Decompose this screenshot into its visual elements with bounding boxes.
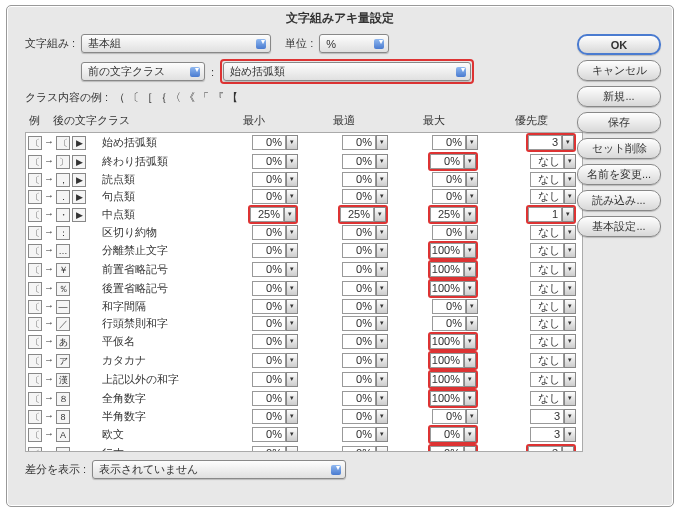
unit-select[interactable]: % [319,34,389,53]
value-spinner[interactable]: 0%▾ [432,225,478,240]
value-spinner[interactable]: なし▾ [530,353,576,368]
class-dropdown[interactable]: 始め括弧類 [223,62,471,81]
value-spinner[interactable]: 0%▾ [432,135,478,150]
save-button[interactable]: 保存 [577,112,661,133]
value-spinner[interactable]: 0%▾ [252,189,298,204]
load-button[interactable]: 読み込み... [577,190,661,211]
value-spinner[interactable]: なし▾ [530,189,576,204]
value-spinner[interactable]: 0%▾ [342,225,388,240]
class-name: 始め括弧類 [98,133,210,152]
value-spinner[interactable]: 0%▾ [432,409,478,424]
diff-select[interactable]: 表示されていません [92,460,346,479]
value-spinner[interactable]: 100%▾ [428,351,478,370]
value-spinner[interactable]: 0%▾ [252,353,298,368]
value-spinner[interactable]: なし▾ [530,391,576,406]
col-max: 最大 [389,111,479,130]
value-spinner[interactable]: 0%▾ [252,225,298,240]
value-spinner[interactable]: 0%▾ [252,372,298,387]
class-name: カタカナ [98,351,210,370]
basic-button[interactable]: 基本設定... [577,216,661,237]
value-spinner[interactable]: 0%▾ [252,172,298,187]
value-spinner[interactable]: 100%▾ [428,241,478,260]
value-spinner[interactable]: なし▾ [530,225,576,240]
value-spinner[interactable]: 0%▾ [252,154,298,169]
value-spinner[interactable]: 0%▾ [342,446,388,452]
value-spinner[interactable]: なし▾ [530,243,576,258]
value-spinner[interactable]: 25%▾ [428,205,478,224]
value-spinner[interactable]: 3▾ [530,427,576,442]
value-spinner[interactable]: 0%▾ [428,152,478,171]
value-spinner[interactable]: 3▾ [530,409,576,424]
arrow-icon: → [44,373,54,384]
value-spinner[interactable]: 0%▾ [428,444,478,452]
value-spinner[interactable]: 0%▾ [252,243,298,258]
value-spinner[interactable]: 100%▾ [428,389,478,408]
new-button[interactable]: 新規... [577,86,661,107]
value-spinner[interactable]: 0%▾ [252,446,298,452]
table-row: 〔→％後置省略記号0%▾0%▾100%▾なし▾ [26,279,582,298]
class-table: 〔→〔▶始め括弧類0%▾0%▾0%▾3▾〔→〕▶終わり括弧類0%▾0%▾0%▾な… [26,133,582,452]
value-spinner[interactable]: 0%▾ [252,409,298,424]
value-spinner[interactable]: 0%▾ [342,262,388,277]
class-example-label: クラス内容の例 : [25,90,108,105]
value-spinner[interactable]: 0%▾ [432,316,478,331]
value-spinner[interactable]: 0%▾ [252,391,298,406]
arrow-icon: → [44,317,54,328]
value-spinner[interactable]: 3▾ [526,444,576,452]
value-spinner[interactable]: 100%▾ [428,370,478,389]
value-spinner[interactable]: 0%▾ [252,262,298,277]
rename-button[interactable]: 名前を変更... [577,164,661,185]
value-spinner[interactable]: 0%▾ [428,425,478,444]
value-spinner[interactable]: なし▾ [530,372,576,387]
value-spinner[interactable]: 0%▾ [432,172,478,187]
value-spinner[interactable]: 0%▾ [252,281,298,296]
value-spinner[interactable]: なし▾ [530,334,576,349]
value-spinner[interactable]: 0%▾ [342,372,388,387]
value-spinner[interactable]: 100%▾ [428,332,478,351]
value-spinner[interactable]: 0%▾ [342,172,388,187]
value-spinner[interactable]: 0%▾ [342,316,388,331]
value-spinner[interactable]: 0%▾ [342,427,388,442]
table-row: 〔→漢上記以外の和字0%▾0%▾100%▾なし▾ [26,370,582,389]
value-spinner[interactable]: 0%▾ [252,299,298,314]
cancel-button[interactable]: キャンセル [577,60,661,81]
value-spinner[interactable]: 100%▾ [428,260,478,279]
value-spinner[interactable]: なし▾ [530,316,576,331]
unit-label: 単位 : [285,36,313,51]
value-spinner[interactable]: 0%▾ [342,299,388,314]
value-spinner[interactable]: 0%▾ [342,391,388,406]
value-spinner[interactable]: 25%▾ [248,205,298,224]
value-spinner[interactable]: なし▾ [530,154,576,169]
delete-set-button[interactable]: セット削除 [577,138,661,159]
table-scroll[interactable]: 〔→〔▶始め括弧類0%▾0%▾0%▾3▾〔→〕▶終わり括弧類0%▾0%▾0%▾な… [25,132,583,452]
value-spinner[interactable]: 0%▾ [342,409,388,424]
value-spinner[interactable]: 100%▾ [428,279,478,298]
value-spinner[interactable]: 25%▾ [338,205,388,224]
dialog-title: 文字組みアキ量設定 [7,10,673,27]
value-spinner[interactable]: 0%▾ [252,334,298,349]
value-spinner[interactable]: 0%▾ [342,243,388,258]
value-spinner[interactable]: 3▾ [526,133,576,152]
mojikumi-set-select[interactable]: 基本組 [81,34,271,53]
value-spinner[interactable]: なし▾ [530,172,576,187]
ok-button[interactable]: OK [577,34,661,55]
value-spinner[interactable]: 0%▾ [342,281,388,296]
value-spinner[interactable]: 0%▾ [342,334,388,349]
value-spinner[interactable]: なし▾ [530,281,576,296]
value-spinner[interactable]: 0%▾ [252,427,298,442]
value-spinner[interactable]: なし▾ [530,262,576,277]
value-spinner[interactable]: 0%▾ [432,189,478,204]
value-spinner[interactable]: 0%▾ [342,135,388,150]
value-spinner[interactable]: 0%▾ [252,135,298,150]
value-spinner[interactable]: なし▾ [530,299,576,314]
class-name: 読点類 [98,171,210,188]
value-spinner[interactable]: 0%▾ [342,189,388,204]
value-spinner[interactable]: 0%▾ [252,316,298,331]
prev-class-select[interactable]: 前の文字クラス [81,62,205,81]
value-spinner[interactable]: 0%▾ [342,154,388,169]
table-row: 〔→8半角数字0%▾0%▾0%▾3▾ [26,408,582,425]
value-spinner[interactable]: 0%▾ [432,299,478,314]
value-spinner[interactable]: 0%▾ [342,353,388,368]
value-spinner[interactable]: 1▾ [526,205,576,224]
class-name: 前置省略記号 [98,260,210,279]
